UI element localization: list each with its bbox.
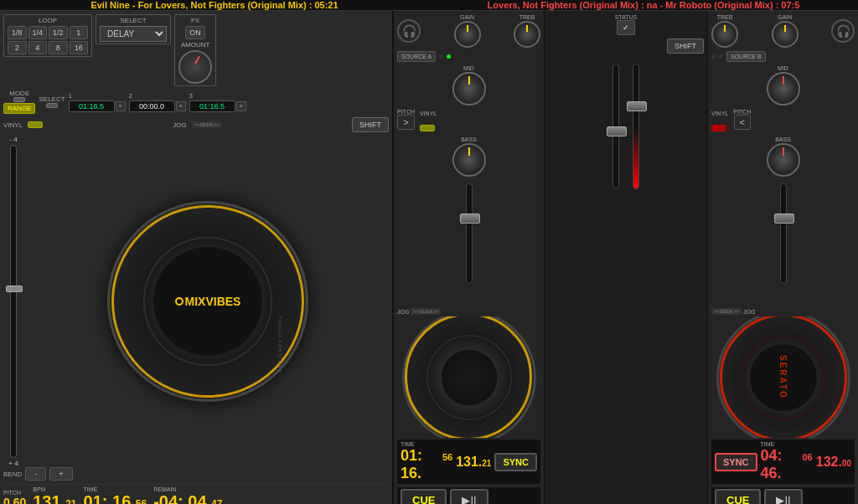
headphone-icon-right[interactable]: 🎧 xyxy=(831,19,855,43)
time-info-group: TIME 01: 16. 56 xyxy=(84,486,147,504)
shift-btn-center[interactable]: SHIFT xyxy=(667,39,704,54)
cue-point-3-delete[interactable]: × xyxy=(236,101,246,111)
seeker-label-right: <<SEEK>> xyxy=(711,308,742,315)
cue-point-2: 00:00.0 xyxy=(129,100,175,112)
loop-btn-1_2[interactable]: 1/2 xyxy=(49,26,68,39)
cue-btn-left[interactable]: CUE xyxy=(401,489,447,504)
led-dot-left xyxy=(439,54,443,59)
mid-knob-left[interactable] xyxy=(452,72,486,105)
amount-knob[interactable] xyxy=(178,50,212,84)
status-btn[interactable]: ✓ xyxy=(617,20,635,35)
loop-btn-1_4[interactable]: 1/4 xyxy=(28,26,48,39)
pitch-section-left: PITCH > xyxy=(397,109,415,130)
channel-fader-handle-right[interactable] xyxy=(627,101,647,111)
loop-btn-8[interactable]: 8 xyxy=(49,41,68,54)
turntable[interactable]: MIXVIBES TOUCH-SENSITIVE xyxy=(107,201,308,402)
treb-knob-right[interactable] xyxy=(711,21,738,48)
vinyl-btn-left[interactable] xyxy=(420,125,435,131)
fader-row-right xyxy=(711,183,855,305)
mode-btn[interactable] xyxy=(13,97,25,102)
left-deck: LOOP 1/8 1/4 1/2 1 2 4 8 16 SELECT DELAY… xyxy=(0,11,394,504)
select-label: SELECT xyxy=(121,17,147,24)
turntable-left-mini[interactable] xyxy=(402,316,536,438)
td-small-left: 56 xyxy=(442,452,452,462)
loop-btn-2[interactable]: 2 xyxy=(8,41,27,54)
loop-btn-1[interactable]: 1 xyxy=(70,26,89,39)
turntable-right[interactable]: SERATO xyxy=(716,316,850,438)
vinyl-section-right: VINYL xyxy=(711,111,728,131)
mid-knob-right[interactable] xyxy=(767,72,800,105)
jog-label-right: JOG xyxy=(743,309,755,315)
bass-label-left: BASS xyxy=(461,136,477,142)
fader-track-right[interactable] xyxy=(780,183,787,284)
remain-info-label: REMAIN xyxy=(153,486,176,492)
select-group: SELECT DELAY REVERB FLANGER xyxy=(96,14,171,44)
td-large-left: 01: 16. xyxy=(401,447,442,482)
pitch-btn-left[interactable]: > xyxy=(397,115,414,130)
pitch-slider-container: - 4 + 4 xyxy=(3,136,23,467)
source-btn-right[interactable]: SOURCE B xyxy=(726,51,766,62)
range-btn[interactable]: RANGE xyxy=(3,103,35,114)
led-dot-right-1 xyxy=(711,54,716,59)
loop-label: LOOP xyxy=(8,17,88,24)
sync-btn-left[interactable]: SYNC xyxy=(494,453,537,471)
time-large: 01: 16. xyxy=(84,492,136,504)
bass-knob-right-group: BASS xyxy=(711,136,855,177)
gain-knob-left[interactable] xyxy=(454,21,481,48)
fx-on-btn[interactable]: ON xyxy=(185,26,205,39)
mid-knob-right-group: MID xyxy=(711,65,855,105)
bpm-small-left: 21 xyxy=(482,459,491,468)
shift-btn[interactable]: SHIFT xyxy=(352,117,389,132)
time-display-left: 01: 16. 56 xyxy=(401,447,452,482)
cue-point-2-delete[interactable]: × xyxy=(176,101,186,111)
fader-col-left xyxy=(466,183,473,292)
bass-knob-right[interactable] xyxy=(767,143,800,177)
headphone-icon-left[interactable]: 🎧 xyxy=(397,19,421,43)
channel-fader-track-left[interactable] xyxy=(612,64,619,189)
bpm-large: 131. xyxy=(33,492,65,504)
fader-handle-right[interactable] xyxy=(774,213,794,224)
vinyl-row: VINYL JOG <<SEEK>> SHIFT xyxy=(3,117,389,132)
gain-knob-right-group: GAIN xyxy=(772,14,799,48)
loop-btn-4[interactable]: 4 xyxy=(28,41,48,54)
vinyl-label-left: VINYL xyxy=(420,111,437,116)
channel-fader-track-right[interactable] xyxy=(633,64,639,189)
time-label-sm-right: TIME xyxy=(761,441,775,447)
sync-btn-right[interactable]: SYNC xyxy=(715,453,757,471)
play-btn-left[interactable]: ▶II xyxy=(450,489,488,504)
source-btn-left[interactable]: SOURCE A xyxy=(397,51,436,62)
bend-plus-btn[interactable]: + xyxy=(49,467,72,481)
channel-fader-right xyxy=(633,64,639,189)
bass-knob-left[interactable] xyxy=(452,143,486,177)
bend-minus-btn[interactable]: - xyxy=(25,467,46,481)
pitch-btn-right[interactable]: < xyxy=(734,115,751,130)
fader-handle-left[interactable] xyxy=(460,213,480,224)
source-row-left: SOURCE A xyxy=(397,51,540,62)
gain-knob-right[interactable] xyxy=(772,21,799,48)
seeker-label-left: <<SEEK>> xyxy=(411,308,441,315)
play-btn-right[interactable]: ▶II xyxy=(764,489,802,504)
eq-row-left-top: 🎧 GAIN TREB xyxy=(397,14,540,48)
treb-label-right: TREB xyxy=(717,14,733,20)
vinyl-label: VINYL xyxy=(3,121,23,129)
channel-fader-handle-left[interactable] xyxy=(607,126,627,136)
loop-btn-1_8[interactable]: 1/8 xyxy=(8,26,27,39)
cue-play-row-left: CUE ▶II xyxy=(397,487,540,504)
cue-btn-right[interactable]: CUE xyxy=(715,489,761,504)
info-row: PITCH 0.60 BPM 131. 21 TIME 01: 16. 56 R… xyxy=(3,484,389,504)
pitch-track[interactable] xyxy=(10,145,17,458)
select-mode-btn[interactable] xyxy=(46,103,58,108)
fader-track-left[interactable] xyxy=(466,183,473,284)
treb-knob-right-group: TREB xyxy=(711,14,738,48)
mode-label: MODE xyxy=(9,90,29,97)
loop-btn-16[interactable]: 16 xyxy=(70,41,89,54)
vinyl-btn[interactable] xyxy=(28,121,43,128)
treb-knob-left[interactable] xyxy=(514,21,540,48)
right-panel: 🎧 GAIN TREB SOURCE A xyxy=(394,11,858,504)
cue-point-1-delete[interactable]: × xyxy=(116,101,126,111)
time-display-right: 04: 46. 06 xyxy=(761,447,813,482)
vinyl-btn-right[interactable] xyxy=(711,125,726,131)
bpm-small-right: 00 xyxy=(842,459,851,468)
fx-select[interactable]: DELAY REVERB FLANGER xyxy=(100,26,167,42)
pitch-handle[interactable] xyxy=(6,285,23,292)
